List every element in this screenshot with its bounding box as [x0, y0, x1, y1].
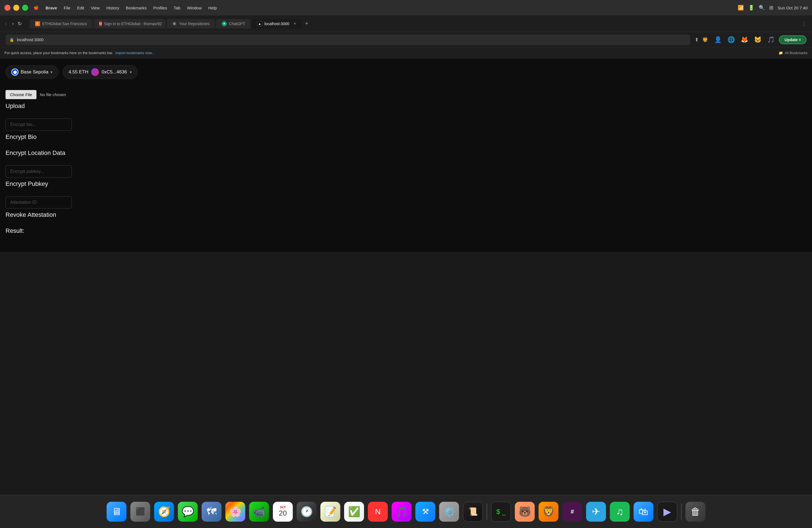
- dock-messages-icon[interactable]: 💬: [178, 502, 198, 522]
- tab-localhost[interactable]: ▲ localhost:3000 ✕: [251, 19, 302, 28]
- menu-bookmarks[interactable]: Bookmarks: [126, 5, 147, 10]
- extension-icon-2[interactable]: 🌐: [726, 34, 736, 45]
- choose-file-button[interactable]: Choose File: [5, 90, 37, 99]
- address-bar[interactable]: 🔒 localhost:3000: [5, 34, 690, 45]
- wallet-bar: ⬤ Base Sepolia ▾ 4.55 ETH 0xC5...4636 ▾: [5, 65, 807, 79]
- dock-facetime-icon[interactable]: 📹: [249, 502, 269, 522]
- search-icon[interactable]: 🔍: [759, 5, 765, 11]
- wallet-info[interactable]: 4.55 ETH 0xC5...4636 ▾: [63, 65, 137, 79]
- menu-view[interactable]: View: [91, 5, 100, 10]
- tab-expand-button[interactable]: ⋮: [799, 19, 809, 28]
- wallet-chevron-icon: ▾: [130, 70, 132, 74]
- network-icon: ⬤: [11, 69, 18, 76]
- tab-signin-ethglobal[interactable]: M Sign in to ETHGlobal - thomasr92: [93, 19, 165, 28]
- dock-telegram-icon[interactable]: ✈: [586, 502, 606, 522]
- tab-label-github: Your Repositories: [179, 21, 209, 26]
- encrypt-bio-input[interactable]: [5, 118, 72, 131]
- dock-app-store-icon[interactable]: 🛍: [634, 502, 653, 522]
- share-button[interactable]: ⬆: [695, 37, 699, 43]
- dock-notes-icon[interactable]: 📝: [320, 502, 340, 522]
- extension-icon-3[interactable]: 🦊: [739, 34, 750, 45]
- menu-edit[interactable]: Edit: [77, 5, 84, 10]
- dock-spotify-icon[interactable]: ♫: [610, 502, 630, 522]
- tab-label-chatgpt: ChatGPT: [229, 21, 245, 26]
- control-center-icon[interactable]: ⊞: [769, 5, 773, 11]
- file-upload-section: Choose File No file chosen Upload: [5, 90, 807, 109]
- menu-brave[interactable]: Brave: [46, 5, 57, 10]
- dock-bear-icon[interactable]: 🐻: [515, 502, 535, 522]
- dock-maps-icon[interactable]: 🗺: [202, 502, 221, 522]
- dock-safari-icon[interactable]: 🧭: [154, 502, 174, 522]
- extension-icon-1[interactable]: 👤: [713, 34, 723, 45]
- back-button[interactable]: ‹: [3, 19, 8, 28]
- revoke-attestation-button[interactable]: Revoke Attestation: [5, 211, 56, 218]
- dock-trash-icon[interactable]: 🗑: [685, 502, 706, 522]
- dock-divider-2: [681, 503, 682, 520]
- brave-shield-icon[interactable]: 🦁: [702, 37, 708, 43]
- tab-label-localhost: localhost:3000: [264, 21, 289, 26]
- menu-window[interactable]: Window: [187, 5, 202, 10]
- dock-finder-icon[interactable]: 🖥: [106, 502, 127, 522]
- tab-chatgpt[interactable]: ✦ ChatGPT: [216, 19, 250, 28]
- attestation-id-input[interactable]: [5, 196, 72, 208]
- url-display: localhost:3000: [17, 37, 44, 42]
- all-bookmarks-button[interactable]: 📁 All Bookmarks: [779, 51, 808, 55]
- tab-github[interactable]: ⚙ Your Repositories: [166, 19, 215, 28]
- encrypt-location-label[interactable]: Encrypt Location Data: [5, 149, 65, 156]
- dock-calendar-icon[interactable]: OCT20: [273, 502, 293, 522]
- extension-icon-5[interactable]: 🎵: [766, 34, 776, 45]
- menu-bar: 🍎 Brave File Edit View History Bookmarks…: [34, 5, 732, 10]
- security-icon: 🔒: [10, 38, 14, 42]
- minimize-window-button[interactable]: [13, 5, 19, 11]
- tab-favicon-ethglobal: E: [35, 21, 40, 26]
- fullscreen-window-button[interactable]: [22, 5, 28, 11]
- nav-arrows: ‹ › ↻: [3, 19, 26, 28]
- encrypt-pubkey-input[interactable]: [5, 165, 72, 178]
- network-chevron-icon: ▾: [50, 70, 53, 74]
- menu-help[interactable]: Help: [208, 5, 217, 10]
- bookmarks-bar: For quick access, place your bookmarks h…: [0, 47, 812, 59]
- dock-iina-icon[interactable]: ▶: [657, 502, 677, 522]
- address-actions: ⬆ 🦁: [695, 37, 708, 43]
- dock-brave-browser-icon[interactable]: 🦁: [539, 502, 559, 522]
- apple-menu[interactable]: 🍎: [34, 5, 39, 10]
- wallet-balance: 4.55 ETH: [69, 69, 88, 75]
- dock-system-settings-icon[interactable]: ⚙️: [439, 502, 459, 522]
- encrypt-bio-button[interactable]: Encrypt Bio: [5, 133, 37, 140]
- dock-script-editor-icon[interactable]: 📜: [463, 502, 483, 522]
- dock-launchpad-icon[interactable]: ⬛: [130, 502, 150, 522]
- menu-profiles[interactable]: Profiles: [153, 5, 167, 10]
- refresh-button[interactable]: ↻: [18, 21, 22, 27]
- dock-news-icon[interactable]: N: [368, 502, 388, 522]
- tab-close-button[interactable]: ✕: [293, 21, 296, 26]
- import-bookmarks-link[interactable]: Import bookmarks now...: [115, 51, 155, 55]
- upload-button[interactable]: Upload: [5, 102, 807, 109]
- no-file-text: No file chosen: [40, 92, 66, 97]
- encrypt-pubkey-button[interactable]: Encrypt Pubkey: [5, 180, 48, 187]
- menu-tab[interactable]: Tab: [174, 5, 180, 10]
- tab-ethglobal-sf[interactable]: E ETHGlobal San Francisco: [30, 19, 92, 28]
- menu-history[interactable]: History: [106, 5, 119, 10]
- address-bar-row: 🔒 localhost:3000 ⬆ 🦁 👤 🌐 🦊 🐱 🎵 Update =: [0, 32, 812, 47]
- dock-music-icon[interactable]: 🎵: [392, 502, 411, 522]
- close-window-button[interactable]: [4, 5, 11, 11]
- dock-xcode-icon[interactable]: ⚒: [416, 502, 435, 522]
- network-selector[interactable]: ⬤ Base Sepolia ▾: [5, 65, 58, 79]
- menu-file[interactable]: File: [64, 5, 70, 10]
- update-button[interactable]: Update =: [779, 35, 807, 44]
- forward-button[interactable]: ›: [11, 19, 15, 28]
- battery-icon[interactable]: 🔋: [748, 5, 754, 11]
- extension-icon-4[interactable]: 🐱: [752, 34, 763, 45]
- dock-photos-icon[interactable]: 🌸: [226, 502, 245, 522]
- dock-reminders-icon[interactable]: ✅: [344, 502, 364, 522]
- dock-slack-icon[interactable]: #: [562, 502, 582, 522]
- dock-clock-icon[interactable]: 🕐: [296, 502, 317, 522]
- wallet-address: 0xC5...4636: [102, 69, 127, 75]
- bookmarks-hint-text: For quick access, place your bookmarks h…: [4, 51, 113, 55]
- dock-terminal-icon[interactable]: $ _: [491, 502, 511, 522]
- new-tab-button[interactable]: +: [303, 19, 311, 28]
- main-content: ⬤ Base Sepolia ▾ 4.55 ETH 0xC5...4636 ▾ …: [0, 59, 812, 252]
- wifi-icon[interactable]: 📶: [738, 5, 744, 11]
- dock: 🖥 ⬛ 🧭 💬 🗺 🌸 📹 OCT20 🕐 📝 ✅ N 🎵 ⚒ ⚙️ 📜 $ _…: [0, 495, 812, 528]
- result-label: Result:: [5, 227, 24, 234]
